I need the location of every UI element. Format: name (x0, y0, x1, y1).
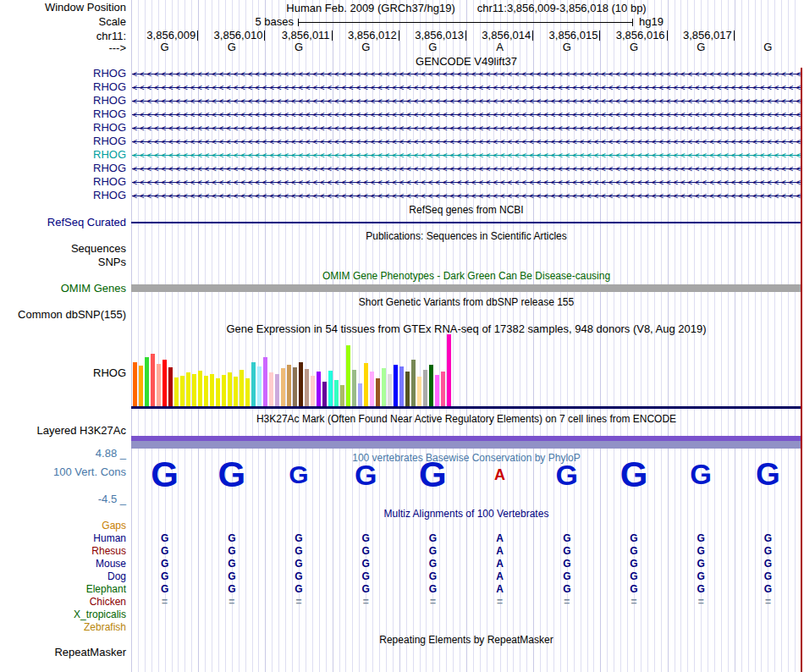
base-letter: G (293, 41, 305, 53)
gtex-tissue-bar (293, 367, 297, 406)
h3k27ac-track-title[interactable]: H3K27Ac Mark (Often Found Near Active Re… (131, 413, 801, 425)
conservation-max-label: 4.88 _ (0, 448, 126, 460)
transcript-arrows[interactable]: <<<<<<<<<<<<<<<<<<<<<<<<<<<<<<<<<<<<<<<<… (132, 68, 801, 80)
multiz-track-title[interactable]: Multiz Alignments of 100 Vertebrates (131, 508, 801, 520)
gtex-tissue-bar (180, 376, 184, 406)
alignment-base: G (694, 558, 708, 570)
gtex-tissue-bar (358, 383, 362, 406)
gtex-tissue-bar (228, 372, 232, 406)
gene-label[interactable]: RHOG (0, 108, 126, 120)
gtex-tissue-bar (340, 385, 344, 406)
transcript-arrows[interactable]: <<<<<<<<<<<<<<<<<<<<<<<<<<<<<<<<<<<<<<<<… (132, 149, 801, 162)
gtex-tissue-bar (299, 362, 303, 406)
right-edge-marker (801, 68, 802, 672)
species-label[interactable]: Mouse (0, 558, 126, 570)
dbsnp-track-label[interactable]: Common dbSNP(155) (0, 309, 126, 321)
refseq-track-title[interactable]: RefSeq genes from NCBI (131, 204, 801, 216)
base-letter: G (695, 41, 707, 53)
gene-label[interactable]: RHOG (0, 95, 126, 107)
alignment-base: G (359, 583, 372, 595)
gtex-track-title[interactable]: Gene Expression in 54 tissues from GTEx … (131, 323, 801, 335)
omim-track-label[interactable]: OMIM Genes (0, 283, 126, 295)
scale-ruler-line (298, 19, 633, 26)
species-label[interactable]: Rhesus (0, 545, 126, 557)
ruler-position-label: 3,856,014 (482, 30, 533, 41)
gene-label[interactable]: RHOG (0, 176, 126, 188)
species-label[interactable]: Dog (0, 570, 126, 582)
alignment-base: G (292, 570, 306, 582)
omim-gene-bar[interactable] (131, 284, 801, 292)
transcript-arrows[interactable]: <<<<<<<<<<<<<<<<<<<<<<<<<<<<<<<<<<<<<<<<… (132, 135, 801, 148)
alignment-base: A (493, 570, 507, 582)
transcript-arrows[interactable]: <<<<<<<<<<<<<<<<<<<<<<<<<<<<<<<<<<<<<<<<… (132, 122, 801, 135)
alignment-base: G (694, 545, 708, 557)
species-label[interactable]: Gaps (0, 520, 126, 532)
gtex-tissue-bar (370, 372, 374, 406)
alignment-base: = (493, 596, 507, 608)
alignment-base: = (627, 596, 641, 608)
alignment-base: G (627, 583, 641, 595)
alignment-base: = (359, 596, 372, 608)
repeatmasker-track-title[interactable]: Repeating Elements by RepeatMasker (131, 634, 801, 646)
gtex-tissue-bar (198, 371, 202, 406)
transcript-arrows[interactable]: <<<<<<<<<<<<<<<<<<<<<<<<<<<<<<<<<<<<<<<<… (132, 176, 801, 189)
gtex-expression-chart[interactable] (133, 334, 451, 406)
base-letter: G (628, 41, 640, 53)
conservation-letter: G (682, 457, 719, 493)
publications-track-title[interactable]: Publications: Sequences in Scientific Ar… (131, 230, 801, 242)
gene-label[interactable]: RHOG (0, 162, 126, 174)
transcript-arrows[interactable]: <<<<<<<<<<<<<<<<<<<<<<<<<<<<<<<<<<<<<<<<… (132, 190, 801, 202)
species-label[interactable]: Zebrafish (0, 621, 126, 633)
transcript-arrows[interactable]: <<<<<<<<<<<<<<<<<<<<<<<<<<<<<<<<<<<<<<<<… (132, 81, 801, 94)
gtex-tissue-bar (157, 364, 161, 406)
gtex-tissue-bar (417, 377, 421, 406)
gene-label[interactable]: RHOG (0, 68, 126, 80)
alignment-base: G (627, 532, 641, 544)
ruler-position-label: 3,856,010 (214, 30, 266, 41)
gtex-tissue-bar (251, 362, 256, 406)
species-label[interactable]: Chicken (0, 596, 126, 608)
alignment-base: G (292, 532, 306, 544)
dbsnp-track-title[interactable]: Short Genetic Variants from dbSNP releas… (131, 296, 801, 308)
conservation-letter: G (414, 457, 451, 493)
alignment-base: G (761, 545, 774, 557)
gtex-tissue-bar (234, 377, 238, 406)
alignment-base: G (225, 532, 239, 544)
gtex-tissue-bar (245, 378, 250, 406)
gene-label[interactable]: RHOG (0, 190, 126, 201)
gene-label[interactable]: RHOG (0, 149, 126, 161)
refseq-gene-bar[interactable] (131, 222, 801, 223)
alignment-base: G (761, 583, 774, 595)
alignment-base: G (627, 545, 641, 557)
publications-sequences-label[interactable]: Sequences (0, 243, 126, 255)
omim-track-title[interactable]: OMIM Gene Phenotypes - Dark Green Can Be… (131, 270, 801, 282)
transcript-arrows[interactable]: <<<<<<<<<<<<<<<<<<<<<<<<<<<<<<<<<<<<<<<<… (132, 162, 801, 175)
gene-label[interactable]: RHOG (0, 81, 126, 93)
gene-label[interactable]: RHOG (0, 135, 126, 147)
base-letter: G (427, 41, 438, 53)
gtex-tissue-bar (441, 372, 445, 406)
refseq-track-label[interactable]: RefSeq Curated (0, 217, 126, 229)
h3k27ac-track-label[interactable]: Layered H3K27Ac (0, 425, 126, 437)
gtex-tissue-bar (186, 372, 190, 406)
conservation-track-label[interactable]: 100 Vert. Cons (0, 466, 126, 478)
transcript-arrows[interactable]: <<<<<<<<<<<<<<<<<<<<<<<<<<<<<<<<<<<<<<<<… (132, 108, 801, 121)
gencode-track-title[interactable]: GENCODE V49lift37 (131, 56, 801, 68)
h3k27ac-signal-bottom[interactable] (131, 441, 801, 449)
gtex-tissue-bar (376, 378, 380, 406)
species-label[interactable]: Human (0, 532, 126, 544)
gene-label[interactable]: RHOG (0, 122, 126, 134)
alignment-base: = (225, 596, 239, 608)
species-label[interactable]: X_tropicalis (0, 609, 126, 620)
conservation-letter: G (213, 457, 251, 493)
transcript-arrows[interactable]: <<<<<<<<<<<<<<<<<<<<<<<<<<<<<<<<<<<<<<<<… (132, 95, 801, 107)
alignment-base: = (560, 596, 574, 608)
gtex-tissue-bar (429, 365, 433, 406)
repeatmasker-track-label[interactable]: RepeatMasker (0, 647, 126, 658)
gtex-tissue-bar (394, 365, 398, 406)
publications-snps-label[interactable]: SNPs (0, 256, 126, 268)
gtex-gene-label[interactable]: RHOG (0, 367, 126, 379)
gtex-tissue-bar (423, 370, 427, 406)
species-label[interactable]: Elephant (0, 583, 126, 595)
gtex-tissue-bar (322, 382, 327, 406)
